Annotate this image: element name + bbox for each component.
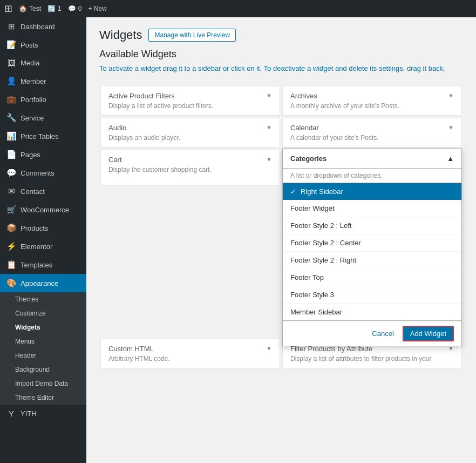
widget-cell-custom-html[interactable]: Custom HTML ▼ Arbitrary HTML code. <box>100 339 280 368</box>
media-icon: 🖼 <box>6 58 16 68</box>
sidebar-item-yith[interactable]: Y YITH <box>0 405 86 422</box>
member-icon: 👤 <box>6 76 16 86</box>
wp-logo-icon[interactable]: ⊞ <box>4 3 12 15</box>
widget-desc: A monthly archive of your site's Posts. <box>290 102 454 110</box>
templates-icon: 📋 <box>6 260 16 270</box>
comments-item[interactable]: 💬 0 <box>68 5 82 12</box>
sidebar-item-appearance[interactable]: 🎨 Appearance <box>0 274 86 292</box>
sidebar-item-dashboard[interactable]: ⊞ Dashboard <box>0 17 86 36</box>
pages-icon: 📄 <box>6 150 16 159</box>
categories-dropdown: Categories ▲ A list or dropdown of categ… <box>282 149 462 346</box>
dropdown-action-row: Cancel Add Widget <box>282 321 462 346</box>
widget-arrow-icon: ▼ <box>266 156 272 163</box>
widget-cell-audio[interactable]: Audio ▼ Displays an audio player. <box>100 118 280 147</box>
updates-icon: 🔄 <box>47 5 56 12</box>
dashboard-icon: ⊞ <box>6 22 16 31</box>
widget-title: Calendar ▼ <box>290 124 454 132</box>
contact-icon: ✉ <box>6 186 16 196</box>
dropdown-item-footer-style-3[interactable]: Footer Style 3 <box>283 286 461 304</box>
sidebar: ⊞ Dashboard 📝 Posts 🖼 Media 👤 Member 💼 P… <box>0 17 86 463</box>
sidebar-item-portfolio[interactable]: 💼 Portfolio <box>0 90 86 109</box>
elementor-icon: ⚡ <box>6 241 16 251</box>
admin-bar: ⊞ 🏠 Test 🔄 1 💬 0 + New <box>0 0 476 17</box>
main-wrap: ⊞ Dashboard 📝 Posts 🖼 Media 👤 Member 💼 P… <box>0 17 476 463</box>
widget-arrow-icon: ▼ <box>448 124 454 131</box>
comment-icon: 💬 <box>68 5 76 12</box>
dropdown-item-footer-top[interactable]: Footer Top <box>283 269 461 286</box>
live-preview-button[interactable]: Manage with Live Preview <box>148 29 235 42</box>
sidebar-sub-background[interactable]: Background <box>0 363 86 377</box>
widget-arrow-icon: ▼ <box>266 124 272 131</box>
categories-container: Categories ▲ A list or dropdown of categ… <box>281 149 463 186</box>
sidebar-item-contact[interactable]: ✉ Contact <box>0 182 86 200</box>
sidebar-sub-theme-editor[interactable]: Theme Editor <box>0 391 86 405</box>
dropdown-item-footer-style-2-right[interactable]: Footer Style 2 : Right <box>283 252 461 269</box>
widget-arrow-icon: ▼ <box>266 345 272 352</box>
sidebar-sub-menus[interactable]: Menus <box>0 334 86 348</box>
widget-desc: Display the customer shopping cart. <box>108 166 272 173</box>
sidebar-item-posts[interactable]: 📝 Posts <box>0 36 86 54</box>
sidebar-item-woocommerce[interactable]: 🛒 WooCommerce <box>0 200 86 219</box>
new-item[interactable]: + New <box>88 5 106 12</box>
available-widgets-title: Available Widgets <box>99 49 463 60</box>
site-name[interactable]: 🏠 Test <box>19 5 41 12</box>
woocommerce-icon: 🛒 <box>6 205 16 214</box>
widget-cell-calendar[interactable]: Calendar ▼ A calendar of your site's Pos… <box>282 118 462 147</box>
widget-title: Archives ▼ <box>290 92 454 100</box>
service-icon: 🔧 <box>6 113 16 123</box>
sidebar-sub-themes[interactable]: Themes <box>0 292 86 306</box>
page-title-row: Widgets Manage with Live Preview <box>99 28 463 42</box>
widget-desc: Display a list of attributes to filter p… <box>290 355 454 363</box>
dropdown-item-footer-style-2-center[interactable]: Footer Style 2 : Center <box>283 234 461 252</box>
sidebar-item-elementor[interactable]: ⚡ Elementor <box>0 237 86 256</box>
dropdown-header[interactable]: Categories ▲ <box>282 149 462 169</box>
widget-title: Cart ▼ <box>108 156 272 164</box>
sidebar-sub-widgets[interactable]: Widgets <box>0 320 86 334</box>
widget-cell-active-product-filters[interactable]: Active Product Filters ▼ Display a list … <box>100 86 280 116</box>
sidebar-item-media[interactable]: 🖼 Media <box>0 54 86 72</box>
sidebar-item-service[interactable]: 🔧 Service <box>0 109 86 127</box>
sidebar-item-member[interactable]: 👤 Member <box>0 72 86 90</box>
sidebar-item-templates[interactable]: 📋 Templates <box>0 256 86 274</box>
widget-desc: A calendar of your site's Posts. <box>290 134 454 142</box>
widget-arrow-icon: ▼ <box>448 92 454 99</box>
dropdown-subtext: A list or dropdown of categories. <box>282 169 462 183</box>
sidebar-item-comments[interactable]: 💬 Comments <box>0 164 86 182</box>
check-icon: ✓ <box>290 187 296 196</box>
cancel-button[interactable]: Cancel <box>368 327 398 340</box>
dropdown-item-footer-widget[interactable]: Footer Widget <box>283 200 461 217</box>
add-widget-button[interactable]: Add Widget <box>403 326 454 341</box>
widget-desc: Arbitrary HTML code. <box>108 355 272 363</box>
home-icon: 🏠 <box>19 5 27 12</box>
widget-desc: Display a list of active product filters… <box>108 102 272 110</box>
yith-icon: Y <box>6 409 16 418</box>
sidebar-sub-header[interactable]: Header <box>0 348 86 363</box>
widget-desc: Displays an audio player. <box>108 134 272 142</box>
updates-item[interactable]: 🔄 1 <box>47 5 62 12</box>
section-description: To activate a widget drag it to a sideba… <box>99 63 463 74</box>
sidebar-sub-customize[interactable]: Customize <box>0 306 86 320</box>
content-area: Widgets Manage with Live Preview Availab… <box>86 17 476 463</box>
widget-arrow-icon: ▼ <box>266 92 272 99</box>
widget-grid: Active Product Filters ▼ Display a list … <box>99 85 463 186</box>
sidebar-item-pages[interactable]: 📄 Pages <box>0 145 86 164</box>
widget-title: Audio ▼ <box>108 124 272 132</box>
sidebar-item-price-tables[interactable]: 📊 Price Tables <box>0 127 86 145</box>
sidebar-item-products[interactable]: 📦 Products <box>0 219 86 237</box>
dropdown-item-right-sidebar[interactable]: ✓ Right Sidebar <box>283 183 461 200</box>
dropdown-item-member-sidebar[interactable]: Member Sidebar <box>283 304 461 320</box>
appearance-icon: 🎨 <box>6 278 16 288</box>
comments-icon: 💬 <box>6 168 16 178</box>
products-icon: 📦 <box>6 223 16 233</box>
portfolio-icon: 💼 <box>6 95 16 104</box>
posts-icon: 📝 <box>6 40 16 50</box>
widget-arrow-icon: ▼ <box>448 345 454 352</box>
widget-cell-archives[interactable]: Archives ▼ A monthly archive of your sit… <box>282 86 462 116</box>
price-tables-icon: 📊 <box>6 131 16 141</box>
widget-title: Custom HTML ▼ <box>108 345 272 353</box>
dropdown-item-footer-style-2-left[interactable]: Footer Style 2 : Left <box>283 217 461 234</box>
widget-cell-cart[interactable]: Cart ▼ Display the customer shopping car… <box>100 150 280 185</box>
sidebar-sub-import-demo[interactable]: Import Demo Data <box>0 377 86 391</box>
dropdown-up-arrow-icon: ▲ <box>447 155 454 163</box>
appearance-submenu: Themes Customize Widgets Menus Header Ba… <box>0 292 86 405</box>
